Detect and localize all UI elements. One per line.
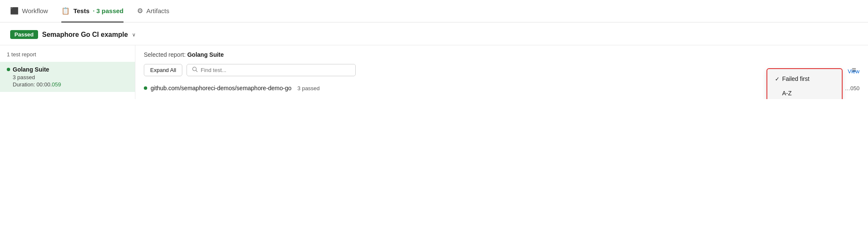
duration-label: Duration: 00:00. (13, 81, 52, 88)
test-repo: github.com/semaphoreci-demos/semaphore-d… (151, 85, 291, 91)
header-area: Passed Semaphore Go CI example ∨ (0, 22, 868, 45)
checkmark-icon: ✓ (775, 76, 780, 82)
sort-option-a-z[interactable]: ✓ A-Z (767, 86, 842, 99)
tab-bar: ⬛ Workflow 📋 Tests · 3 passed ⚙ Artifact… (0, 0, 868, 22)
search-icon (192, 66, 198, 74)
main-content: 1 test report Golang Suite 3 passed Dura… (0, 45, 868, 99)
right-panel: Selected report: Golang Suite Expand All… (135, 45, 868, 99)
duration-value: 059 (52, 81, 61, 88)
search-wrapper (187, 64, 356, 76)
expand-all-button[interactable]: Expand All (144, 64, 182, 76)
sort-dropdown-menu: ✓ Failed first ✓ A-Z ✓ Slowest first (766, 68, 843, 99)
tab-artifacts[interactable]: ⚙ Artifacts (137, 0, 169, 22)
svg-line-1 (196, 70, 198, 72)
green-dot-icon (7, 68, 10, 71)
test-count-badge: 3 passed (297, 85, 320, 91)
view-link[interactable]: View (848, 68, 860, 75)
passed-badge: Passed (10, 30, 38, 39)
sort-option-failed-first[interactable]: ✓ Failed first (767, 72, 842, 86)
suite-name: Golang Suite (7, 66, 128, 73)
tab-workflow-label: Workflow (22, 7, 48, 14)
tests-passed-count: · 3 passed (93, 7, 124, 14)
test-suite-item[interactable]: Golang Suite 3 passed Duration: 00:00.05… (0, 62, 135, 92)
truncated-text: …050 (845, 85, 860, 91)
chevron-down-icon[interactable]: ∨ (132, 32, 136, 38)
suite-duration: Duration: 00:00.059 (7, 81, 128, 88)
pipeline-name: Semaphore Go CI example (42, 31, 128, 39)
test-green-dot-icon (144, 86, 147, 90)
suite-passed-count: 3 passed (7, 74, 128, 80)
workflow-icon: ⬛ (10, 7, 19, 15)
left-panel: 1 test report Golang Suite 3 passed Dura… (0, 45, 135, 99)
report-label: Selected report: (144, 51, 186, 58)
search-input[interactable] (201, 67, 350, 73)
tab-artifacts-label: Artifacts (146, 7, 169, 14)
artifacts-icon: ⚙ (137, 7, 143, 15)
tab-workflow[interactable]: ⬛ Workflow (10, 0, 48, 22)
tab-tests[interactable]: 📋 Tests · 3 passed (61, 0, 124, 22)
suite-name-label: Golang Suite (13, 66, 49, 73)
report-name: Golang Suite (187, 51, 224, 58)
report-title: Selected report: Golang Suite (144, 51, 860, 58)
sort-az-label: A-Z (782, 90, 792, 97)
tab-tests-label: Tests (73, 7, 89, 14)
tests-icon: 📋 (61, 7, 70, 15)
sort-failed-first-label: Failed first (782, 75, 810, 82)
panel-heading: 1 test report (0, 51, 135, 62)
toolbar: Expand All ≡ (144, 64, 860, 76)
test-row: github.com/semaphoreci-demos/semaphore-d… (144, 83, 860, 93)
